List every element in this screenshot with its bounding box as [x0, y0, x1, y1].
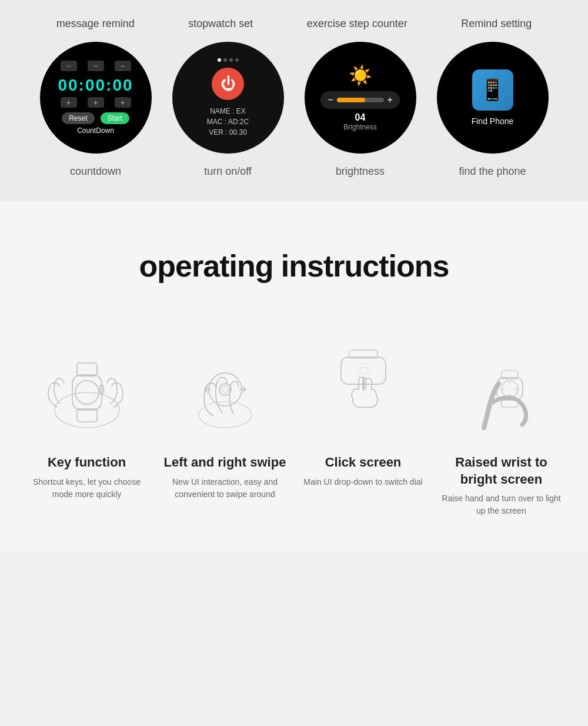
function-title-key: Key function: [25, 454, 149, 471]
function-title-click: Click screen: [302, 454, 425, 471]
brightness-minus[interactable]: −: [328, 95, 333, 105]
countdown-minus-row: − − −: [61, 61, 131, 71]
power-button[interactable]: ⏻: [212, 68, 244, 100]
countdown-time: 00:00:00: [58, 76, 133, 95]
brightness-bar-fill: [337, 98, 365, 102]
svg-point-10: [360, 367, 367, 374]
feature-label-3: brightness: [305, 165, 416, 178]
feature-labels: countdown turn on/off brightness find th…: [12, 165, 576, 178]
onoff-watch: ⏻ NAME : EX MAC : AD:2C VER : 00.30: [172, 42, 284, 154]
key-function-illustration: [25, 342, 149, 437]
mac-line: MAC : AD:2C: [207, 116, 249, 127]
findphone-icon-container: 📱: [472, 69, 513, 111]
function-item-key: Key function Shortcut keys, let you choo…: [25, 454, 149, 517]
countdown-minus-1: −: [61, 61, 77, 71]
brightness-slider: − +: [320, 91, 400, 109]
function-title-swipe: Left and right swipe: [163, 454, 287, 471]
countdown-label: CountDown: [77, 126, 114, 135]
function-item-click: Click screen Main UI drop-down to switch…: [302, 454, 425, 517]
power-icon: ⏻: [220, 75, 236, 93]
svg-rect-5: [77, 409, 97, 422]
brightness-sun-icon: ☀️: [349, 64, 372, 86]
header-label-1: message remind: [56, 18, 135, 30]
onoff-info: NAME : EX MAC : AD:2C VER : 00.30: [207, 106, 249, 138]
countdown-reset[interactable]: Reset: [62, 112, 94, 124]
findphone-label: Find Phone: [472, 116, 514, 126]
countdown-minus-3: −: [115, 61, 131, 71]
function-item-swipe: Left and right swipe New UI interaction,…: [163, 454, 287, 517]
name-line: NAME : EX: [207, 106, 249, 116]
findphone-phone-icon: 📱: [479, 78, 506, 102]
swipe-svg: [166, 345, 284, 434]
header-label-3: exercise step counter: [307, 18, 407, 30]
dot-4: [235, 58, 239, 62]
top-section: message remind stopwatch set exercise st…: [0, 0, 588, 201]
dot-3: [229, 58, 233, 62]
function-title-raise: Raised wrist to bright screen: [440, 454, 563, 488]
feature-label-2: turn on/off: [172, 165, 284, 178]
countdown-plus-1: +: [61, 97, 77, 108]
swipe-illustration: [163, 342, 287, 437]
dot-1: [218, 58, 221, 62]
middle-section: operating instructions: [0, 201, 588, 331]
countdown-watch: − − − 00:00:00 + + + Reset Start CountDo…: [40, 42, 152, 154]
bottom-section: Key function Shortcut keys, let you choo…: [0, 331, 588, 552]
countdown-plus-3: +: [115, 97, 131, 108]
feature-label-4: find the phone: [437, 165, 549, 178]
countdown-start[interactable]: Start: [101, 112, 129, 124]
operating-title: operating instructions: [24, 248, 564, 284]
raised-wrist-svg: [443, 345, 560, 434]
countdown-minus-2: −: [88, 61, 104, 71]
ver-line: VER : 00.30: [207, 127, 249, 138]
svg-rect-4: [77, 363, 97, 376]
header-label-4: Remind setting: [461, 18, 532, 30]
feature-label-1: countdown: [40, 165, 152, 178]
function-item-raise: Raised wrist to bright screen Raise hand…: [440, 454, 563, 517]
function-row: Key function Shortcut keys, let you choo…: [12, 454, 576, 517]
click-screen-svg: [305, 345, 422, 434]
brightness-watch: ☀️ − + 04 Brightness: [305, 42, 416, 154]
header-label-2: stopwatch set: [188, 18, 253, 30]
illustration-row: [12, 342, 576, 437]
watch-row: − − − 00:00:00 + + + Reset Start CountDo…: [12, 42, 576, 154]
countdown-plus-row: + + +: [61, 97, 131, 108]
function-desc-raise: Raise hand and turn over to light up the…: [440, 492, 563, 517]
raised-wrist-illustration: [440, 342, 563, 437]
click-screen-illustration: [302, 342, 425, 437]
svg-point-11: [356, 364, 370, 378]
countdown-buttons: Reset Start: [62, 112, 129, 124]
countdown-plus-2: +: [88, 97, 104, 108]
key-function-svg: [28, 345, 146, 434]
dot-2: [223, 58, 227, 62]
brightness-label: Brightness: [343, 123, 377, 131]
findphone-watch: 📱 Find Phone: [437, 42, 549, 154]
brightness-plus[interactable]: +: [387, 95, 393, 105]
brightness-bar: [337, 98, 384, 102]
onoff-dots: [218, 58, 239, 62]
header-labels: message remind stopwatch set exercise st…: [12, 18, 576, 30]
brightness-value: 04: [355, 112, 366, 123]
function-desc-key: Shortcut keys, let you choose mode more …: [25, 476, 149, 501]
function-desc-click: Main UI drop-down to switch dial: [302, 476, 425, 488]
function-desc-swipe: New UI interaction, easy and convenient …: [163, 476, 287, 501]
